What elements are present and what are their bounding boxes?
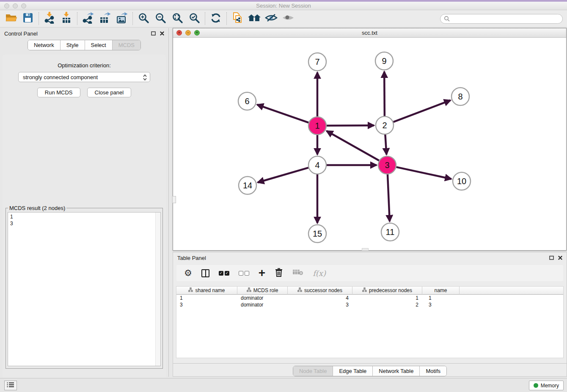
hide-selection-button[interactable]	[263, 11, 280, 26]
zoom-fit-button[interactable]	[169, 11, 186, 26]
cell-name[interactable]: 3	[422, 301, 460, 308]
float-panel-icon[interactable]	[549, 255, 554, 261]
import-table-icon	[61, 12, 72, 25]
tab-select[interactable]: Select	[85, 40, 113, 50]
graph-node-label-10: 10	[457, 177, 466, 186]
table-panel: Table Panel ⚙ ✓✓ + f(x)	[173, 252, 567, 377]
table-row[interactable]: 1 dominator 4 1 1	[176, 295, 563, 301]
zoom-out-button[interactable]	[152, 11, 169, 26]
fx-icon: f(x)	[313, 269, 326, 278]
tab-mcds[interactable]: MCDS	[113, 40, 140, 50]
graph-edge-3-10[interactable]	[396, 167, 451, 179]
refresh-view-button[interactable]	[207, 11, 224, 26]
toolbar-separator	[132, 12, 133, 25]
graph-node-label-3: 3	[385, 160, 389, 170]
cell-successor-nodes[interactable]: 3	[288, 301, 352, 308]
zoom-selected-button[interactable]	[186, 11, 203, 26]
mcds-panel-body: Optimization criterion: strongly connect…	[3, 55, 166, 388]
cell-predecessor-nodes[interactable]: 2	[352, 301, 422, 308]
export-network-button[interactable]	[80, 11, 96, 26]
cell-shared-name[interactable]: 3	[176, 301, 237, 308]
export-image-button[interactable]	[113, 11, 130, 26]
main-toolbar	[0, 10, 567, 28]
panel-divider	[173, 363, 567, 364]
save-session-button[interactable]	[19, 11, 36, 26]
export-table-icon	[99, 12, 111, 25]
column-header-name[interactable]: name	[422, 287, 460, 295]
hierarchy-icon	[247, 287, 251, 293]
delete-table-button	[292, 268, 303, 278]
delete-table-icon	[292, 268, 303, 278]
graph-edge-1-2[interactable]	[327, 125, 374, 126]
cell-mcds-role[interactable]: dominator	[237, 295, 288, 301]
close-panel-button[interactable]: Close panel	[87, 88, 132, 97]
tab-network[interactable]: Network	[28, 40, 61, 50]
import-network-button[interactable]	[41, 11, 58, 26]
graph-node-label-11: 11	[386, 227, 395, 237]
graph-edge-2-3[interactable]	[385, 135, 386, 155]
import-table-button[interactable]	[58, 11, 75, 26]
resize-grip[interactable]	[362, 248, 369, 251]
memory-button[interactable]: Memory	[529, 381, 564, 390]
plus-icon: +	[259, 269, 265, 277]
table-settings-button[interactable]: ⚙	[184, 268, 192, 278]
cell-successor-nodes[interactable]: 4	[288, 295, 352, 301]
splitter-grip[interactable]	[172, 196, 176, 203]
app-titlebar[interactable]: Session: New Session	[0, 2, 567, 10]
float-panel-icon[interactable]	[151, 30, 156, 37]
show-all-networks-button[interactable]	[246, 11, 263, 26]
graph-edge-4-14[interactable]	[258, 168, 308, 182]
network-canvas[interactable]: 7968124310141511	[173, 38, 566, 250]
graph-edge-2-9[interactable]	[384, 72, 385, 116]
graph-edge-1-6[interactable]	[257, 105, 309, 122]
graph-edge-3-1[interactable]	[327, 131, 379, 160]
cell-shared-name[interactable]: 1	[176, 295, 237, 301]
cell-mcds-role[interactable]: dominator	[237, 301, 288, 308]
column-header-shared-name[interactable]: shared name	[176, 287, 237, 295]
tab-style[interactable]: Style	[61, 40, 85, 50]
criterion-dropdown[interactable]: strongly connected component	[18, 72, 150, 82]
export-network-icon	[82, 12, 94, 25]
save-floppy-icon	[22, 12, 33, 25]
task-history-button[interactable]	[4, 381, 17, 390]
column-header-mcds-role[interactable]: MCDS role	[237, 287, 288, 295]
zoom-out-icon	[155, 12, 166, 25]
select-all-columns-button[interactable]: ✓✓	[219, 271, 229, 276]
cell-name[interactable]: 1	[422, 295, 460, 301]
tab-edge-table[interactable]: Edge Table	[333, 366, 373, 376]
deselect-all-columns-button[interactable]	[239, 271, 249, 276]
tab-motifs[interactable]: Motifs	[420, 366, 446, 376]
graph-node-label-7: 7	[315, 57, 319, 66]
table-row[interactable]: 3 dominator 3 2 3	[176, 301, 563, 308]
function-builder-button: f(x)	[313, 269, 326, 278]
result-scrollbar[interactable]	[155, 213, 160, 366]
search-input[interactable]	[440, 14, 563, 24]
graph-edge-3-11[interactable]	[388, 174, 390, 221]
open-session-button[interactable]	[3, 11, 19, 26]
tab-node-table[interactable]: Node Table	[293, 366, 333, 376]
graph-node-label-1: 1	[315, 121, 319, 130]
list-icon	[7, 382, 14, 389]
graph-node-label-15: 15	[313, 229, 322, 238]
export-image-icon	[116, 12, 128, 25]
import-network-icon	[44, 12, 55, 25]
control-panel: Control Panel Network Style Select MCDS …	[0, 28, 169, 377]
delete-column-button[interactable]	[275, 268, 283, 279]
network-graph: 7968124310141511	[173, 38, 566, 250]
column-header-predecessor-nodes[interactable]: predecessor nodes	[352, 287, 422, 295]
zoom-in-button[interactable]	[135, 11, 152, 26]
close-panel-icon[interactable]	[160, 30, 164, 37]
export-table-button[interactable]	[96, 11, 113, 26]
cell-predecessor-nodes[interactable]: 1	[352, 295, 422, 301]
graph-node-label-4: 4	[315, 160, 319, 170]
tab-network-table[interactable]: Network Table	[373, 366, 420, 376]
column-header-successor-nodes[interactable]: successor nodes	[288, 287, 352, 295]
clone-network-button[interactable]	[229, 11, 246, 26]
close-panel-icon[interactable]	[558, 255, 562, 261]
run-mcds-button[interactable]: Run MCDS	[37, 88, 80, 97]
add-column-button[interactable]: +	[259, 269, 265, 277]
show-columns-button[interactable]	[201, 269, 209, 277]
network-window-titlebar[interactable]: × – + scc.txt	[173, 28, 566, 38]
graph-edge-2-8[interactable]	[394, 100, 451, 122]
mcds-result-title: MCDS result (2 nodes)	[8, 205, 66, 211]
